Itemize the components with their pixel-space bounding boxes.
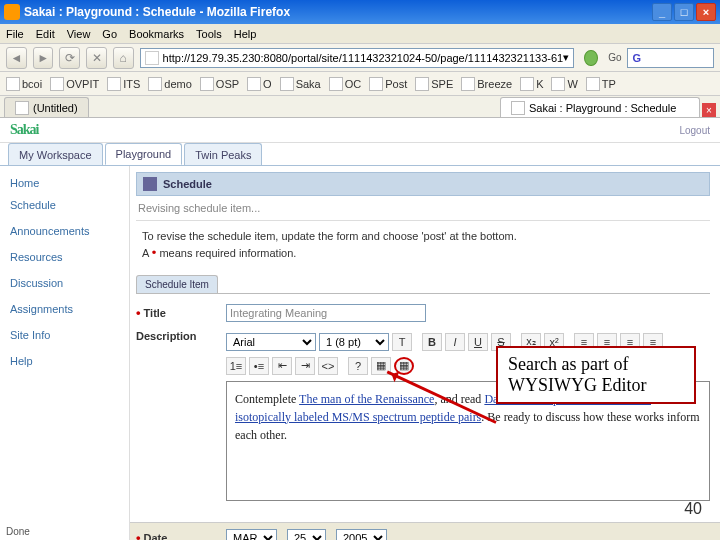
sidebar-item-resources[interactable]: Resources: [0, 246, 129, 268]
bookmark-icon: [369, 77, 383, 91]
window-title: Sakai : Playground : Schedule - Mozilla …: [24, 5, 290, 19]
workspace-tab[interactable]: Playground: [105, 143, 183, 165]
schedule-icon: [143, 177, 157, 191]
maximize-button[interactable]: □: [674, 3, 694, 21]
callout-box: Search as part of WYSIWYG Editor: [496, 346, 696, 404]
url-bar[interactable]: http://129.79.35.230:8080/portal/site/11…: [140, 48, 575, 68]
help-icon[interactable]: ?: [348, 357, 368, 375]
logout-link[interactable]: Logout: [679, 125, 710, 136]
close-button[interactable]: ×: [696, 3, 716, 21]
bookmark-icon: [6, 77, 20, 91]
bookmark-icon: [50, 77, 64, 91]
sidebar-item-siteinfo[interactable]: Site Info: [0, 324, 129, 346]
day-select[interactable]: 25: [287, 529, 326, 540]
bookmark-item[interactable]: bcoi: [6, 77, 42, 91]
site-logo: Sakai: [10, 122, 38, 138]
bookmark-item[interactable]: W: [551, 77, 577, 91]
stop-button[interactable]: ✕: [86, 47, 107, 69]
tab-icon: [511, 101, 525, 115]
main-panel: Schedule Revising schedule item... To re…: [130, 166, 720, 540]
tab-label: (Untitled): [33, 102, 78, 114]
list-ordered-icon[interactable]: 1≡: [226, 357, 246, 375]
menu-go[interactable]: Go: [102, 28, 117, 40]
body-link-renaissance[interactable]: The man of the Renaissance: [299, 392, 434, 406]
tab-close-button[interactable]: ×: [702, 103, 716, 117]
bookmark-icon: [329, 77, 343, 91]
italic-icon[interactable]: I: [445, 333, 465, 351]
bookmark-item[interactable]: Breeze: [461, 77, 512, 91]
search-engine-icon: G: [632, 52, 641, 64]
title-input[interactable]: [226, 304, 426, 322]
firefox-icon: [4, 4, 20, 20]
bookmark-item[interactable]: demo: [148, 77, 192, 91]
window-titlebar: Sakai : Playground : Schedule - Mozilla …: [0, 0, 720, 24]
instruction-text: To revise the schedule item, update the …: [136, 221, 710, 271]
workspace-tabs: My Workspace Playground Twin Peaks: [0, 143, 720, 165]
sidebar-item-home[interactable]: Home: [0, 172, 129, 194]
bookmark-icon: [461, 77, 475, 91]
tab-label: Sakai : Playground : Schedule: [529, 102, 676, 114]
year-select[interactable]: 2005: [336, 529, 387, 540]
menu-tools[interactable]: Tools: [196, 28, 222, 40]
bookmark-item[interactable]: TP: [586, 77, 616, 91]
font-family-select[interactable]: Arial: [226, 333, 316, 351]
sidebar-item-discussion[interactable]: Discussion: [0, 272, 129, 294]
menu-edit[interactable]: Edit: [36, 28, 55, 40]
underline-icon[interactable]: U: [468, 333, 488, 351]
required-star-icon: •: [152, 245, 157, 260]
bookmark-item[interactable]: SPE: [415, 77, 453, 91]
url-text: http://129.79.35.230:8080/portal/site/11…: [163, 52, 564, 64]
tool-title: Schedule: [163, 178, 212, 190]
bookmark-item[interactable]: K: [520, 77, 543, 91]
bookmark-icon: [200, 77, 214, 91]
tool-tab-schedule-item[interactable]: Schedule Item: [136, 275, 218, 293]
bookmark-item[interactable]: Saka: [280, 77, 321, 91]
source-icon[interactable]: <>: [318, 357, 338, 375]
tab-icon: [15, 101, 29, 115]
menu-file[interactable]: File: [6, 28, 24, 40]
search-box[interactable]: G: [627, 48, 714, 68]
date-label: •Date: [136, 530, 216, 540]
go-button[interactable]: [584, 50, 598, 66]
bookmark-item[interactable]: O: [247, 77, 272, 91]
menu-bar: File Edit View Go Bookmarks Tools Help: [0, 24, 720, 44]
bookmark-item[interactable]: ITS: [107, 77, 140, 91]
bookmark-icon: [280, 77, 294, 91]
status-text: Done: [6, 526, 30, 537]
minimize-button[interactable]: _: [652, 3, 672, 21]
text-color-icon[interactable]: T: [392, 333, 412, 351]
outdent-icon[interactable]: ⇤: [272, 357, 292, 375]
reload-button[interactable]: ⟳: [59, 47, 80, 69]
nav-toolbar: ◄ ► ⟳ ✕ ⌂ http://129.79.35.230:8080/port…: [0, 44, 720, 72]
menu-view[interactable]: View: [67, 28, 91, 40]
bookmark-icon: [107, 77, 121, 91]
browser-tab[interactable]: (Untitled): [4, 97, 89, 117]
forward-button[interactable]: ►: [33, 47, 54, 69]
sidebar-item-schedule[interactable]: Schedule: [0, 194, 129, 216]
workspace-tab[interactable]: My Workspace: [8, 143, 103, 165]
bold-icon[interactable]: B: [422, 333, 442, 351]
sidebar-item-assignments[interactable]: Assignments: [0, 298, 129, 320]
bookmark-icon: [551, 77, 565, 91]
workspace-tab[interactable]: Twin Peaks: [184, 143, 262, 165]
menu-bookmarks[interactable]: Bookmarks: [129, 28, 184, 40]
month-select[interactable]: MAR: [226, 529, 277, 540]
bookmark-icon: [148, 77, 162, 91]
bookmark-item[interactable]: OC: [329, 77, 362, 91]
font-size-select[interactable]: 1 (8 pt): [319, 333, 389, 351]
bookmark-item[interactable]: OSP: [200, 77, 239, 91]
browser-tab[interactable]: Sakai : Playground : Schedule: [500, 97, 700, 117]
go-label: Go: [608, 52, 621, 63]
home-button[interactable]: ⌂: [113, 47, 134, 69]
bookmark-item[interactable]: OVPIT: [50, 77, 99, 91]
bookmark-item[interactable]: Post: [369, 77, 407, 91]
slide-number: 40: [684, 500, 702, 518]
indent-icon[interactable]: ⇥: [295, 357, 315, 375]
menu-help[interactable]: Help: [234, 28, 257, 40]
back-button[interactable]: ◄: [6, 47, 27, 69]
tool-subtitle: Revising schedule item...: [136, 196, 710, 221]
sidebar-item-help[interactable]: Help: [0, 350, 129, 372]
list-unordered-icon[interactable]: •≡: [249, 357, 269, 375]
title-label: •Title: [136, 305, 216, 320]
sidebar-item-announcements[interactable]: Announcements: [0, 220, 129, 242]
